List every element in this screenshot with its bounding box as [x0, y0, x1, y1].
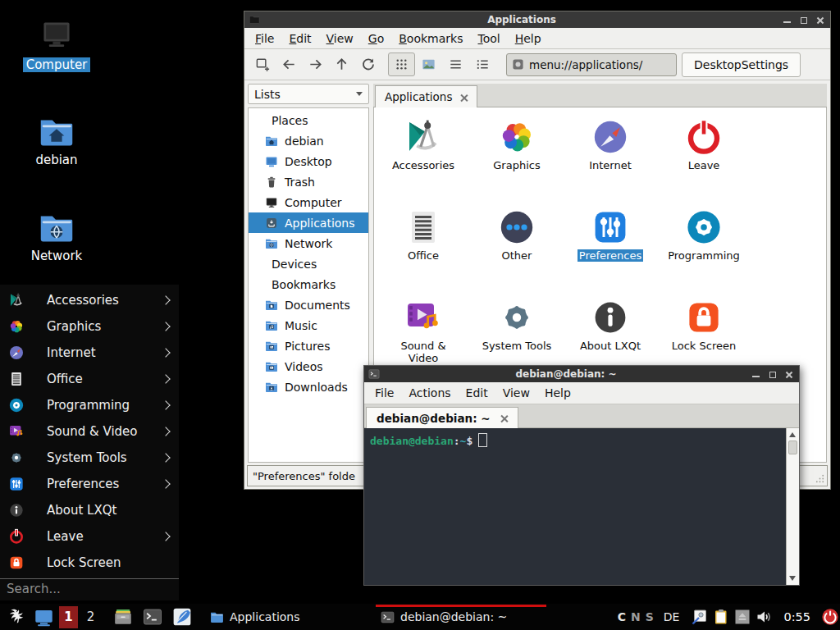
fm-menu-edit[interactable]: Edit — [281, 30, 318, 47]
menu-item-accessories[interactable]: Accessories — [0, 287, 179, 313]
fm-menu-help[interactable]: Help — [508, 30, 549, 47]
c[interactable]: C — [618, 610, 626, 623]
toolbar-back[interactable] — [279, 55, 299, 75]
task-button-applications[interactable]: Applications — [205, 604, 376, 630]
terminal-tab[interactable]: debian@debian: ~ — [366, 407, 518, 428]
show-desktop-button[interactable] — [34, 607, 54, 628]
minimize-icon[interactable] — [752, 371, 760, 378]
n[interactable]: N — [631, 610, 641, 623]
app-category-internet[interactable]: Internet — [564, 116, 657, 206]
desktop-settings-button[interactable]: DesktopSettings — [682, 52, 801, 77]
sidebar-item-documents[interactable]: Documents — [249, 294, 368, 315]
fm-menu-go[interactable]: Go — [361, 30, 391, 47]
quicklaunch-file-cabinet[interactable] — [113, 607, 133, 627]
s[interactable]: S — [646, 610, 654, 623]
sidebar-item-downloads[interactable]: Downloads — [249, 377, 368, 397]
task-button-debian-debian[interactable]: debian@debian: ~ — [376, 604, 546, 630]
sidebar-item-pictures[interactable]: Pictures — [249, 336, 368, 356]
fm-menu-file[interactable]: File — [248, 30, 281, 47]
fm-menu-view[interactable]: View — [319, 30, 361, 47]
terminal-content[interactable]: debian@debian:~$ — [364, 428, 799, 585]
desktop-icon-debian[interactable]: debian — [14, 114, 99, 167]
sidebar-item-label: Places — [272, 114, 308, 127]
maximize-icon[interactable] — [769, 371, 776, 378]
fm-titlebar[interactable]: Applications — [244, 11, 830, 28]
menu-item-programming[interactable]: Programming — [0, 392, 179, 418]
submenu-arrow-icon — [161, 322, 170, 331]
viewbtn-icon-view[interactable] — [388, 52, 415, 76]
app-category-leave[interactable]: Leave — [657, 116, 751, 206]
app-category-office[interactable]: Office — [377, 206, 470, 296]
desktop-icon-network[interactable]: Network — [14, 210, 99, 263]
scroll-up-icon[interactable] — [789, 432, 796, 437]
menu-item-preferences[interactable]: Preferences — [0, 471, 179, 497]
toolbar-up[interactable] — [331, 55, 351, 75]
menu-search-input[interactable]: Search... — [0, 579, 179, 599]
fm-tab-applications[interactable]: Applications — [375, 85, 477, 107]
sidebar-mode-select[interactable]: Lists — [248, 84, 369, 104]
tray-eject[interactable] — [733, 608, 751, 626]
viewbtn-thumbnail-view[interactable] — [415, 52, 442, 76]
fm-menu-tool[interactable]: Tool — [470, 30, 507, 47]
app-category-accessories[interactable]: Accessories — [377, 116, 470, 206]
sidebar-item-network[interactable]: Network — [249, 233, 368, 253]
scrollbar-handle[interactable] — [788, 441, 797, 454]
toolbar-new-tab[interactable] — [253, 55, 272, 75]
viewbtn-compact-view[interactable] — [442, 52, 469, 76]
sidebar-item-music[interactable]: Music — [249, 315, 368, 336]
tray-volume[interactable] — [755, 608, 773, 626]
menu-item-lock-screen[interactable]: Lock Screen — [0, 550, 179, 576]
close-icon[interactable] — [785, 371, 792, 378]
sidebar-item-debian[interactable]: debian — [249, 130, 368, 151]
app-category-graphics[interactable]: Graphics — [470, 116, 564, 206]
sidebar-item-applications[interactable]: Applications — [249, 212, 368, 233]
minimize-icon[interactable] — [783, 16, 791, 24]
toolbar-forward[interactable] — [305, 55, 325, 75]
terminal-tabbar: debian@debian: ~ — [364, 404, 799, 428]
terminal-menu-actions[interactable]: Actions — [401, 385, 458, 401]
resize-grip-icon[interactable] — [815, 473, 825, 484]
tray-screenshot[interactable] — [691, 608, 709, 626]
workspace-1[interactable]: 1 — [59, 606, 78, 628]
submenu-arrow-icon — [161, 348, 170, 357]
tray-clipboard[interactable] — [712, 608, 730, 626]
menu-item-sound-video[interactable]: Sound & Video — [0, 418, 179, 445]
keyboard-layout[interactable]: DE — [664, 610, 680, 623]
menu-item-about-lxqt[interactable]: About LXQt — [0, 497, 179, 523]
menu-item-leave[interactable]: Leave — [0, 523, 179, 550]
close-icon[interactable] — [816, 16, 824, 24]
terminal-menu-edit[interactable]: Edit — [459, 385, 495, 401]
tab-close-icon[interactable] — [460, 94, 468, 101]
terminal-scrollbar[interactable] — [786, 428, 799, 585]
sidebar-item-computer[interactable]: Computer — [249, 192, 368, 212]
app-category-preferences[interactable]: Preferences — [564, 206, 657, 296]
terminal-menu-help[interactable]: Help — [537, 385, 578, 401]
desktop-icon-computer[interactable]: Computer — [14, 19, 99, 72]
app-category-programming[interactable]: Programming — [657, 206, 751, 296]
terminal-menu-file[interactable]: File — [368, 385, 401, 401]
sb-trash-icon — [265, 176, 278, 189]
menu-item-internet[interactable]: Internet — [0, 340, 179, 366]
sidebar-item-desktop[interactable]: Desktop — [249, 151, 368, 171]
sidebar-item-trash[interactable]: Trash — [249, 171, 368, 192]
quicklaunch-featherpad[interactable] — [172, 607, 192, 627]
maximize-icon[interactable] — [800, 16, 807, 24]
menu-item-system-tools[interactable]: System Tools — [0, 445, 179, 471]
menu-item-graphics[interactable]: Graphics — [0, 313, 179, 340]
address-bar[interactable]: menu://applications/ — [506, 53, 677, 76]
power-button[interactable] — [821, 608, 839, 626]
tab-close-icon[interactable] — [500, 414, 508, 422]
scroll-down-icon[interactable] — [789, 576, 796, 581]
app-category-other[interactable]: Other — [470, 206, 564, 296]
main-menu-button[interactable] — [7, 607, 27, 628]
quicklaunch-terminal-small[interactable] — [143, 607, 162, 627]
fm-menu-bookmarks[interactable]: Bookmarks — [391, 30, 470, 47]
terminal-menu-view[interactable]: View — [495, 385, 537, 401]
toolbar-reload[interactable] — [358, 55, 377, 75]
menu-item-office[interactable]: Office — [0, 366, 179, 392]
clock[interactable]: 0:55 — [783, 610, 810, 623]
sidebar-item-videos[interactable]: Videos — [249, 356, 368, 377]
viewbtn-detailed-view[interactable] — [469, 52, 496, 76]
terminal-titlebar[interactable]: debian@debian: ~ — [364, 366, 799, 382]
workspace-2[interactable]: 2 — [81, 606, 100, 628]
